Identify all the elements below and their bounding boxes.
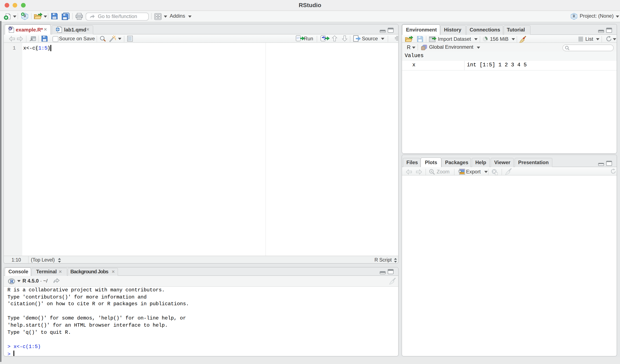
svg-text:R: R <box>10 279 14 284</box>
svg-text:R: R <box>573 14 575 18</box>
svg-text:R: R <box>9 27 11 31</box>
